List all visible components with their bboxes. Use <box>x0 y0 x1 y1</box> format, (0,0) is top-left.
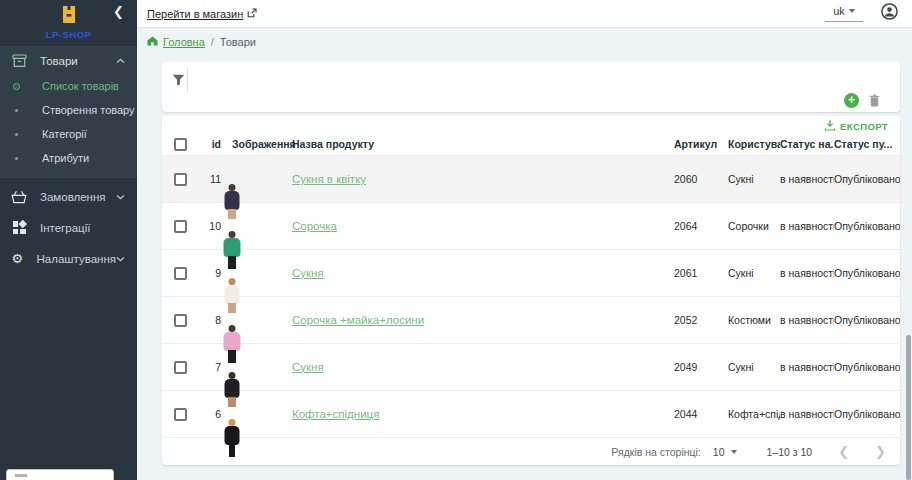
row-checkbox[interactable] <box>174 361 187 374</box>
sidebar-item-create-product[interactable]: Створення товару <box>0 98 137 122</box>
sidebar-item-label: Замовлення <box>40 191 106 203</box>
previous-page-button[interactable]: ❮ <box>838 444 849 459</box>
topbar: Перейти в магазин uk <box>137 0 912 28</box>
sidebar-group-products: Товари Список товарів Створення товару К… <box>0 46 137 178</box>
column-header-image: Зображення <box>232 138 292 150</box>
cell-availability: в наявності <box>780 220 834 232</box>
row-checkbox[interactable] <box>174 408 187 421</box>
store-link-label: Перейти в магазин <box>147 8 243 20</box>
cell-sku: 2049 <box>674 361 728 373</box>
bullet-dot-icon <box>13 109 20 112</box>
breadcrumb: Головна / Товари <box>137 28 912 56</box>
caret-down-icon <box>849 9 855 13</box>
rows-per-page-select[interactable]: 10 <box>713 446 737 458</box>
download-icon <box>824 119 836 133</box>
cell-published: Опубліковано <box>834 220 900 232</box>
table-row[interactable]: 10 Сорочка 2064 Сорочки в наявності Опуб… <box>162 202 900 249</box>
chevron-down-icon <box>116 194 125 200</box>
export-button[interactable]: ЕКСПОРТ <box>824 119 888 133</box>
go-to-store-link[interactable]: Перейти в магазин <box>147 8 257 20</box>
sidebar-item-products[interactable]: Товари <box>0 48 137 74</box>
basket-icon <box>11 190 27 204</box>
cell-published: Опубліковано <box>834 267 900 279</box>
cell-sku: 2052 <box>674 314 728 326</box>
sidebar-item-settings[interactable]: ⚙ Налаштування <box>0 246 137 271</box>
add-product-button[interactable]: + <box>844 93 859 108</box>
cell-sku: 2061 <box>674 267 728 279</box>
breadcrumb-home-link[interactable]: Головна <box>147 36 205 48</box>
row-checkbox[interactable] <box>174 173 187 186</box>
main-area: Перейти в магазин uk <box>137 0 912 480</box>
sidebar-item-label: Створення товару <box>42 104 135 116</box>
rows-per-page-label: Рядків на сторінці: <box>611 446 700 458</box>
cell-sku: 2044 <box>674 408 728 420</box>
table-row[interactable]: 7 Сукня 2049 Сукні в наявності Опубліков… <box>162 343 900 390</box>
product-name-link[interactable]: Сукня в квітку <box>292 173 366 185</box>
bullet-dot-icon <box>13 133 20 136</box>
cell-availability: в наявності <box>780 314 834 326</box>
row-checkbox[interactable] <box>174 314 187 327</box>
app-root: LP-SHOP ❮ Товари Список товарів Створенн… <box>0 0 912 480</box>
sidebar-item-label: Атрибути <box>42 152 89 164</box>
product-name-link[interactable]: Сукня <box>292 361 324 373</box>
column-header-sku[interactable]: Артикул <box>674 138 728 150</box>
sidebar-item-integrations[interactable]: Інтеграції <box>0 215 137 240</box>
column-header-id[interactable]: id <box>198 138 232 150</box>
cell-user: Сукні <box>728 361 780 373</box>
chevron-up-icon <box>116 58 125 64</box>
cell-id: 8 <box>198 314 232 326</box>
vertical-scrollbar[interactable] <box>906 335 911 480</box>
product-name-link[interactable]: Сукня <box>292 267 324 279</box>
sidebar-item-categories[interactable]: Категорії <box>0 122 137 146</box>
product-name-link[interactable]: Сорочка +майка+лосини <box>292 314 424 326</box>
cell-published: Опубліковано <box>834 314 900 326</box>
breadcrumb-separator: / <box>211 36 214 48</box>
sidebar-item-orders[interactable]: Замовлення <box>0 184 137 209</box>
filter-icon[interactable] <box>172 72 185 90</box>
row-checkbox[interactable] <box>174 220 187 233</box>
sidebar-item-label: Категорії <box>42 128 87 140</box>
sidebar-item-label: Налаштування <box>37 253 116 265</box>
cell-user: Сукні <box>728 173 780 185</box>
table-row[interactable]: 11 Сукня в квітку 2060 Сукні в наявності… <box>162 155 900 202</box>
column-header-name[interactable]: Назва продукту <box>292 138 674 150</box>
column-header-published[interactable]: Статус пу... <box>834 138 900 150</box>
cell-id: 9 <box>198 267 232 279</box>
cell-id: 11 <box>198 173 232 185</box>
product-name-link[interactable]: Сорочка <box>292 220 337 232</box>
filter-bar: + <box>162 62 900 112</box>
cell-availability: в наявності <box>780 408 834 420</box>
table-row[interactable]: 8 Сорочка +майка+лосини 2052 Костюми в н… <box>162 296 900 343</box>
chevron-down-icon <box>116 256 125 262</box>
cell-availability: в наявності <box>780 173 834 185</box>
next-page-button[interactable]: ❯ <box>875 444 886 459</box>
cell-id: 6 <box>198 408 232 420</box>
shop-bag-logo-icon <box>58 10 80 27</box>
locale-select[interactable]: uk <box>825 5 863 22</box>
table-row[interactable]: 9 Сукня 2061 Сукні в наявності Опубліков… <box>162 249 900 296</box>
sidebar-item-attributes[interactable]: Атрибути <box>0 146 137 170</box>
cell-user: Сорочки <box>728 220 780 232</box>
table-row[interactable]: 6 Кофта+спідниця 2044 Кофта+спідниц в на… <box>162 390 900 437</box>
sidebar-item-product-list[interactable]: Список товарів <box>0 74 137 98</box>
sidebar-item-label: Список товарів <box>42 80 119 92</box>
row-checkbox[interactable] <box>174 267 187 280</box>
radio-active-icon <box>13 83 20 90</box>
locale-value: uk <box>833 5 845 17</box>
sidebar-item-label: Товари <box>40 55 78 67</box>
product-name-link[interactable]: Кофта+спідниця <box>292 408 379 420</box>
cell-id: 7 <box>198 361 232 373</box>
status-tooltip <box>6 469 114 480</box>
column-header-availability[interactable]: Статус на... <box>780 138 834 150</box>
table-pagination: Рядків на сторінці: 10 1–10 з 10 ❮ ❯ <box>162 437 900 465</box>
sidebar-collapse-icon[interactable]: ❮ <box>113 4 124 19</box>
table-actions-row: ЕКСПОРТ <box>162 116 900 133</box>
account-icon[interactable] <box>881 3 898 24</box>
delete-icon[interactable] <box>869 94 880 107</box>
column-header-user[interactable]: Користува... <box>728 138 780 150</box>
cell-published: Опубліковано <box>834 173 900 185</box>
select-all-checkbox[interactable] <box>174 138 187 151</box>
select-underline <box>825 21 863 22</box>
products-table-card: ЕКСПОРТ id Зображення Назва продукту Арт… <box>162 116 900 465</box>
sidebar: LP-SHOP ❮ Товари Список товарів Створенн… <box>0 0 137 480</box>
